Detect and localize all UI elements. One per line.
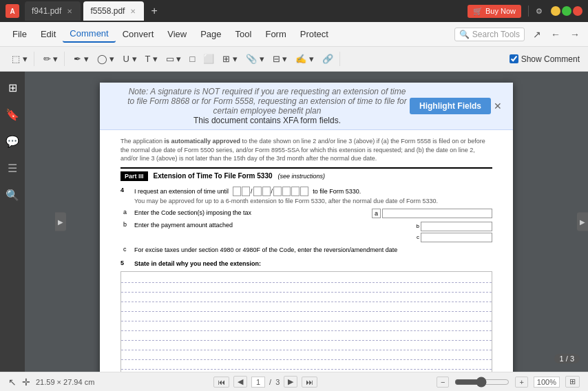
show-comment-toggle[interactable]: Show Comment xyxy=(510,54,580,64)
back-icon[interactable]: ← xyxy=(548,28,563,41)
search-panel-icon[interactable]: 🔍 xyxy=(1,184,23,206)
zoom-out-button[interactable]: − xyxy=(437,377,449,388)
amount-box-c[interactable] xyxy=(421,233,492,242)
next-page-button[interactable]: ▶ xyxy=(284,376,297,388)
tab-f5558[interactable]: f5558.pdf ✕ xyxy=(83,1,144,21)
zoom-level[interactable]: 100% xyxy=(534,377,560,388)
field-b-letter: b xyxy=(120,221,134,228)
fit-page-button[interactable]: ⊞ xyxy=(565,376,580,388)
menu-file[interactable]: File xyxy=(6,26,34,42)
settings-icon[interactable]: ⚙ xyxy=(536,7,543,16)
field-4-suffix: to file Form 5330. xyxy=(313,188,361,195)
cursor-move-icon[interactable]: ✛ xyxy=(22,377,30,388)
measure-button[interactable]: ⊟ ▾ xyxy=(269,52,291,66)
date-sep-2: / xyxy=(271,188,273,195)
tab-f941-label: f941.pdf xyxy=(32,6,61,16)
select-tool-button[interactable]: ⬚ ▾ xyxy=(8,52,31,66)
first-page-button[interactable]: ⏮ xyxy=(213,377,229,388)
signature-button[interactable]: ✍ ▾ xyxy=(292,52,317,66)
date-boxes: / / xyxy=(233,187,308,196)
statusbar-right: − + 100% ⊞ xyxy=(437,376,580,388)
pdf-document: Note: A signature is NOT required if you… xyxy=(100,83,513,372)
date-box-7[interactable] xyxy=(291,187,300,196)
comment-panel-icon[interactable]: 💬 xyxy=(1,131,23,152)
date-box-2[interactable] xyxy=(242,187,250,196)
attach-button[interactable]: 📎 ▾ xyxy=(242,52,268,66)
date-box-6[interactable] xyxy=(282,187,291,196)
stamp-button[interactable]: ⊞ ▾ xyxy=(219,52,241,66)
annot-button[interactable]: ✏ ▾ xyxy=(40,52,62,66)
field-5-row: 5 State in detail why you need the exten… xyxy=(120,260,492,268)
auto-approved-prefix: The application xyxy=(120,138,165,145)
date-box-1[interactable] xyxy=(233,187,241,196)
underline-button[interactable]: U ▾ xyxy=(120,52,140,66)
tab-f941[interactable]: f941.pdf ✕ xyxy=(25,1,81,21)
scroll-right-button[interactable]: ▶ xyxy=(577,213,588,231)
statusbar-left: ↖ ✛ 21.59 × 27.94 cm xyxy=(8,377,94,388)
tab-f5558-close[interactable]: ✕ xyxy=(129,6,137,17)
buy-now-button[interactable]: 🛒 Buy Now xyxy=(468,5,521,18)
field-4-content: I request an extension of time until / / xyxy=(134,187,492,204)
field-c-row: c For excise taxes under section 4980 or… xyxy=(120,246,492,255)
zoom-in-button[interactable]: + xyxy=(515,377,527,388)
scroll-left-button[interactable]: ▶ xyxy=(55,213,66,231)
forward-icon[interactable]: → xyxy=(567,28,582,41)
menu-comment[interactable]: Comment xyxy=(63,25,115,43)
box2-button[interactable]: ⬜ xyxy=(200,52,218,66)
maximize-button[interactable] xyxy=(562,6,571,16)
menu-protect[interactable]: Protect xyxy=(293,26,335,42)
amount-label-c: c xyxy=(410,234,421,240)
menu-edit[interactable]: Edit xyxy=(34,26,63,42)
field-a-input[interactable] xyxy=(382,209,492,218)
search-tools[interactable]: 🔍 Search Tools xyxy=(454,28,525,41)
statusbar-center: ⏮ ◀ 1 / 3 ▶ ⏭ xyxy=(94,376,437,388)
layers-icon[interactable]: ☰ xyxy=(3,158,21,179)
share-icon[interactable]: ↗ xyxy=(530,28,544,41)
field-5-label: State in detail why you need the extensi… xyxy=(134,260,492,268)
callout-button[interactable]: ▭ ▾ xyxy=(162,52,185,66)
bookmark-icon[interactable]: 🔖 xyxy=(1,104,23,125)
shape-button[interactable]: ◯ ▾ xyxy=(94,52,118,66)
box-button[interactable]: □ xyxy=(186,52,198,66)
state-line-4 xyxy=(121,302,492,312)
date-box-4[interactable] xyxy=(262,187,271,196)
amount-label-b: b xyxy=(410,223,421,229)
buy-now-label: Buy Now xyxy=(485,7,516,15)
amount-box-b[interactable] xyxy=(421,222,492,231)
close-button[interactable] xyxy=(573,6,582,16)
highlight-fields-button[interactable]: Highlight Fields xyxy=(410,98,491,114)
state-line-10 xyxy=(121,360,492,370)
thumbnail-icon[interactable]: ⊞ xyxy=(4,77,21,98)
field-4-label: I request an extension of time until xyxy=(134,188,229,195)
state-line-1 xyxy=(121,273,492,283)
date-box-8[interactable] xyxy=(300,187,308,196)
field-5-label-bold: State in detail why you need the extensi… xyxy=(134,260,261,267)
notify-bar: Note: A signature is NOT required if you… xyxy=(100,83,513,130)
new-tab-button[interactable]: + xyxy=(147,5,161,17)
state-detail-box[interactable] xyxy=(120,271,492,372)
zoom-slider[interactable] xyxy=(454,377,510,388)
show-comment-checkbox[interactable] xyxy=(510,54,518,63)
date-box-5[interactable] xyxy=(273,187,282,196)
prev-page-button[interactable]: ◀ xyxy=(233,376,247,388)
field-a-letter: a xyxy=(120,209,134,215)
notify-close-button[interactable]: ✕ xyxy=(491,101,505,112)
page-number-display[interactable]: 1 xyxy=(251,377,265,388)
link-button[interactable]: 🔗 xyxy=(319,52,337,66)
draw-button[interactable]: ✒ ▾ xyxy=(70,52,92,66)
menu-view[interactable]: View xyxy=(160,26,193,42)
show-comment-label: Show Comment xyxy=(521,54,580,64)
menu-page[interactable]: Page xyxy=(193,26,228,42)
cursor-select-icon[interactable]: ↖ xyxy=(8,377,17,388)
menu-form[interactable]: Form xyxy=(258,26,293,42)
tab-f941-close[interactable]: ✕ xyxy=(65,6,74,17)
text-button[interactable]: T ▾ xyxy=(142,52,161,66)
field-b-label: Enter the payment amount attached xyxy=(134,221,410,230)
menu-tool[interactable]: Tool xyxy=(229,26,259,42)
minimize-button[interactable] xyxy=(551,6,560,16)
field-a-row: a Enter the Code section(s) imposing the… xyxy=(120,209,492,218)
last-page-button[interactable]: ⏭ xyxy=(302,377,317,388)
date-box-3[interactable] xyxy=(253,187,262,196)
menu-convert[interactable]: Convert xyxy=(116,26,161,42)
notify-note: Note: A signature is NOT required if you… xyxy=(127,87,407,116)
